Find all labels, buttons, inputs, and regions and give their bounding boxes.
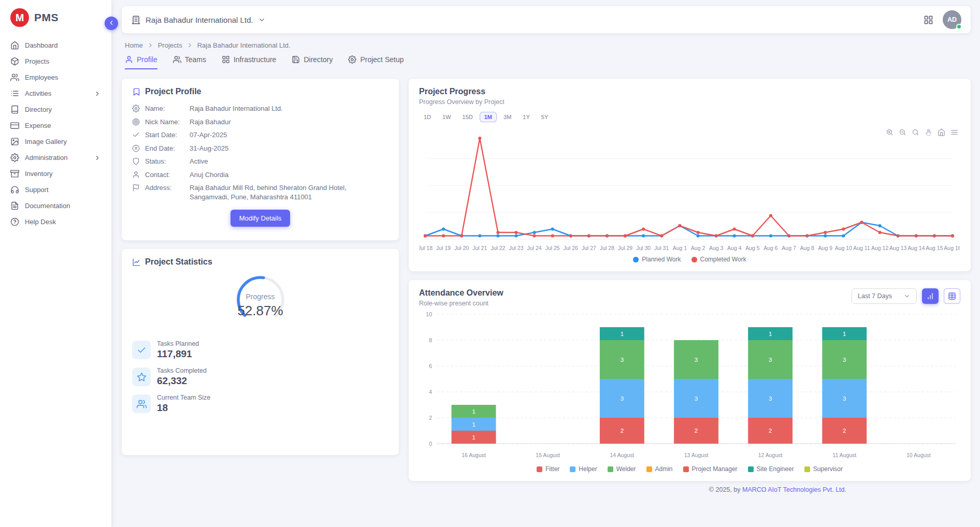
sidebar-item-administration[interactable]: Administration [0, 150, 111, 166]
sidebar-nav: DashboardProjectsEmployeesActivitiesDire… [0, 37, 111, 230]
legend-swatch [633, 257, 639, 262]
range-button-1y[interactable]: 1Y [518, 112, 534, 122]
company-selector[interactable]: Raja Bahadur International Ltd. [131, 15, 266, 25]
sidebar-item-help-desk[interactable]: Help Desk [0, 214, 111, 230]
breadcrumb: HomeProjectsRaja Bahadur International L… [125, 41, 968, 49]
svg-text:12 August: 12 August [758, 452, 783, 458]
legend-item-completed-work[interactable]: Completed Work [691, 256, 746, 263]
app-logo: M PMS [0, 0, 111, 34]
svg-text:11 August: 11 August [832, 452, 856, 458]
content-grid: Project Profile Name:Raja Bahadur Intern… [122, 79, 971, 481]
sidebar-item-employees[interactable]: Employees [0, 69, 111, 85]
attendance-card-subtitle: Role-wise present count [419, 300, 503, 307]
range-button-15d[interactable]: 15D [458, 112, 478, 122]
legend-item-admin[interactable]: Admin [646, 465, 673, 473]
range-button-3m[interactable]: 3M [499, 112, 516, 122]
svg-text:Jul 18: Jul 18 [419, 245, 433, 251]
stat-value: 62,332 [157, 375, 207, 387]
pan-icon[interactable] [925, 128, 932, 136]
chevron-left-icon [108, 19, 115, 28]
user-avatar[interactable]: AD [943, 10, 961, 29]
svg-text:Jul 27: Jul 27 [582, 245, 596, 251]
legend-item-welder[interactable]: Welder [608, 465, 636, 473]
breadcrumb-separator-icon [186, 42, 193, 49]
project-progress-chart[interactable]: Jul 18Jul 19Jul 20Jul 21Jul 22Jul 23Jul … [419, 124, 960, 255]
chevron-down-icon [258, 16, 266, 24]
svg-text:4: 4 [429, 389, 432, 395]
tab-teams[interactable]: Teams [173, 55, 206, 69]
list-icon [10, 89, 19, 98]
legend-item-project-manager[interactable]: Project Manager [683, 465, 738, 473]
profile-field-start-date: Start Date:07-Apr-2025 [132, 130, 388, 140]
gauge-wrap: Progress 52.87% [217, 273, 305, 327]
book-icon [10, 105, 19, 114]
company-name: Raja Bahadur International Ltd. [146, 16, 253, 24]
zoom-out-icon[interactable] [899, 128, 906, 136]
stat-tasks-completed: Tasks Completed62,332 [132, 367, 388, 387]
breadcrumb-item-projects[interactable]: Projects [158, 41, 182, 49]
tab-infrastructure[interactable]: Infrastructure [222, 55, 276, 69]
legend-item-site-engineer[interactable]: Site Engineer [748, 465, 794, 473]
sidebar-item-projects[interactable]: Projects [0, 53, 111, 69]
svg-text:Jul 31: Jul 31 [654, 245, 669, 251]
range-button-1w[interactable]: 1W [438, 112, 456, 122]
attendance-range-select[interactable]: Last 7 Days [852, 288, 917, 304]
range-button-5y[interactable]: 5Y [537, 112, 553, 122]
svg-text:10 August: 10 August [906, 452, 931, 458]
svg-text:Aug 12: Aug 12 [871, 245, 888, 251]
svg-text:8: 8 [429, 337, 432, 343]
tab-project-setup[interactable]: Project Setup [348, 55, 403, 69]
sidebar-item-activities[interactable]: Activities [0, 85, 111, 101]
stat-label: Current Team Size [157, 394, 210, 401]
stat-value: 117,891 [157, 348, 199, 360]
topbar-actions: AD [924, 10, 961, 29]
sidebar-item-directory[interactable]: Directory [0, 101, 111, 118]
svg-text:Jul 19: Jul 19 [436, 245, 451, 251]
breadcrumb-item-home[interactable]: Home [125, 41, 143, 49]
sidebar-item-label: Activities [25, 90, 51, 97]
online-status-dot [956, 24, 962, 30]
selection-zoom-icon[interactable] [912, 128, 919, 136]
sidebar-item-inventory[interactable]: Inventory [0, 166, 111, 182]
svg-text:3: 3 [695, 396, 698, 402]
svg-text:1: 1 [621, 331, 624, 337]
sidebar-collapse-button[interactable] [105, 17, 118, 30]
tab-profile[interactable]: Profile [125, 55, 157, 69]
x-circle-icon [132, 144, 140, 152]
file-icon [10, 201, 19, 210]
reset-zoom-icon[interactable] [938, 128, 945, 136]
sidebar-item-label: Projects [25, 57, 49, 65]
stat-text: Tasks Planned117,891 [157, 340, 199, 360]
sidebar-item-dashboard[interactable]: Dashboard [0, 37, 111, 53]
sidebar-item-expense[interactable]: Expense [0, 118, 111, 134]
chart-view-button[interactable] [922, 288, 939, 304]
legend-label: Site Engineer [757, 465, 794, 473]
legend-item-supervisor[interactable]: Supervisor [804, 465, 843, 473]
profile-field-nick-name: Nick Name:Raja Bahadur [132, 118, 388, 127]
sidebar-item-documentation[interactable]: Documentation [0, 198, 111, 214]
chart-menu-icon[interactable] [950, 128, 958, 136]
table-view-button[interactable] [944, 288, 960, 304]
legend-item-planned-work[interactable]: Planned Work [633, 256, 681, 263]
footer: © 2025, by MARCO AIoT Technologies Pvt. … [122, 481, 971, 500]
sidebar-item-support[interactable]: Support [0, 182, 111, 198]
range-button-1m[interactable]: 1M [480, 112, 497, 122]
target-icon [132, 118, 140, 126]
zoom-in-icon[interactable] [886, 128, 893, 136]
sidebar-item-image-gallery[interactable]: Image Gallery [0, 134, 111, 150]
modify-details-button[interactable]: Modify Details [230, 210, 291, 227]
legend-item-helper[interactable]: Helper [570, 465, 597, 473]
range-button-1d[interactable]: 1D [419, 112, 436, 122]
tab-directory[interactable]: Directory [292, 55, 333, 69]
sidebar-item-label: Support [25, 186, 49, 194]
attendance-chart[interactable]: 024681011116 August15 August233114 Augus… [419, 309, 960, 464]
profile-field-name: Name:Raja Bahadur International Ltd. [132, 104, 388, 113]
chart-toolbar [886, 128, 958, 136]
svg-text:3: 3 [621, 357, 624, 363]
check-icon [132, 131, 140, 139]
svg-text:Jul 30: Jul 30 [636, 245, 651, 251]
legend-item-fitter[interactable]: Fitter [537, 465, 559, 473]
footer-brand-link[interactable]: MARCO AIoT Technologies Pvt. Ltd. [742, 486, 846, 493]
apps-grid-icon[interactable] [924, 15, 933, 25]
gauge-label: Progress [217, 292, 305, 301]
